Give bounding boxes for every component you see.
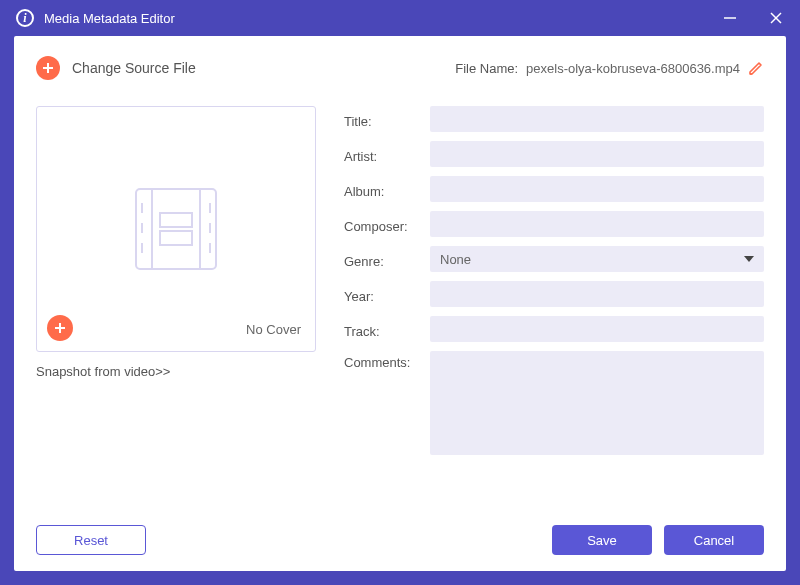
field-row-title: Title: [344, 106, 764, 132]
field-row-genre: Genre: None [344, 246, 764, 272]
comments-label: Comments: [344, 351, 430, 370]
filename-block: File Name: pexels-olya-kobruseva-6800636… [455, 60, 764, 76]
change-source-button[interactable] [36, 56, 60, 80]
field-row-year: Year: [344, 281, 764, 307]
fields-column: Title: Artist: Album: Composer: Genre: [344, 106, 764, 509]
title-input[interactable] [430, 106, 764, 132]
artist-label: Artist: [344, 145, 430, 164]
plus-icon [41, 61, 55, 75]
source-row: Change Source File File Name: pexels-oly… [36, 52, 764, 84]
filename-label: File Name: [455, 61, 518, 76]
change-source-label[interactable]: Change Source File [72, 60, 196, 76]
app-window: i Media Metadata Editor Change Source Fi… [0, 0, 800, 585]
minimize-button[interactable] [720, 8, 740, 28]
field-row-composer: Composer: [344, 211, 764, 237]
window-controls [720, 8, 786, 28]
button-row: Reset Save Cancel [36, 525, 764, 555]
cover-column: No Cover Snapshot from video>> [36, 106, 316, 509]
artist-input[interactable] [430, 141, 764, 167]
save-button[interactable]: Save [552, 525, 652, 555]
edit-filename-button[interactable] [748, 60, 764, 76]
field-row-track: Track: [344, 316, 764, 342]
add-cover-button[interactable] [47, 315, 73, 341]
content-area: Change Source File File Name: pexels-oly… [14, 36, 786, 571]
filename-value: pexels-olya-kobruseva-6800636.mp4 [526, 61, 740, 76]
field-row-artist: Artist: [344, 141, 764, 167]
genre-label: Genre: [344, 250, 430, 269]
year-input[interactable] [430, 281, 764, 307]
cancel-button[interactable]: Cancel [664, 525, 764, 555]
title-label: Title: [344, 110, 430, 129]
main-row: No Cover Snapshot from video>> Title: Ar… [36, 106, 764, 509]
window-title: Media Metadata Editor [44, 11, 175, 26]
track-input[interactable] [430, 316, 764, 342]
svg-rect-10 [160, 231, 192, 245]
field-row-album: Album: [344, 176, 764, 202]
close-button[interactable] [766, 8, 786, 28]
reset-button[interactable]: Reset [36, 525, 146, 555]
titlebar: i Media Metadata Editor [0, 0, 800, 36]
album-label: Album: [344, 180, 430, 199]
comments-textarea[interactable] [430, 351, 764, 455]
info-icon: i [16, 9, 34, 27]
track-label: Track: [344, 320, 430, 339]
svg-rect-6 [136, 189, 216, 269]
album-input[interactable] [430, 176, 764, 202]
genre-select[interactable]: None [430, 246, 764, 272]
composer-label: Composer: [344, 215, 430, 234]
no-cover-label: No Cover [246, 322, 301, 337]
film-placeholder-icon [116, 179, 236, 279]
cover-preview: No Cover [36, 106, 316, 352]
pencil-icon [748, 60, 764, 76]
chevron-down-icon [744, 256, 754, 262]
field-row-comments: Comments: [344, 351, 764, 455]
genre-selected-value: None [440, 252, 471, 267]
right-buttons: Save Cancel [552, 525, 764, 555]
year-label: Year: [344, 285, 430, 304]
plus-icon [53, 321, 67, 335]
snapshot-from-video-link[interactable]: Snapshot from video>> [36, 364, 316, 379]
composer-input[interactable] [430, 211, 764, 237]
svg-rect-9 [160, 213, 192, 227]
